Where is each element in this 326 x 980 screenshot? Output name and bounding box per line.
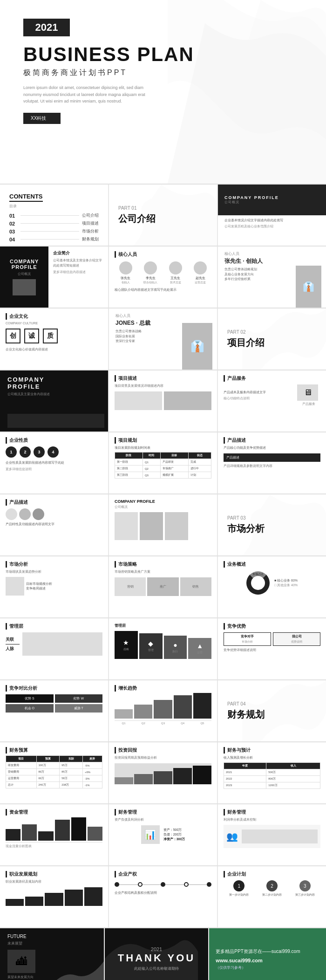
person-name: 张先生 · 创始人	[224, 257, 319, 265]
prod-desc2-heading: 产品描述	[6, 499, 102, 506]
part03-wave	[242, 494, 326, 555]
project-heading: 项目描述	[115, 375, 211, 382]
profit-slide: 财务管理 利润率分析及成本控制 👥	[218, 804, 326, 865]
fin-analysis-heading: 财务与预计	[224, 747, 320, 754]
timeline	[115, 882, 211, 887]
competitive-slide: 竞争优势 竞争对手 市场分析 我公司 优势说明 竞争优势详细描述说明	[218, 618, 326, 679]
row-8: 管理层 关联 人脉 管理层 ★ 战略 ◆ 管理	[0, 618, 326, 679]
row-7: 市场分析 市场现状及发展趋势分析 目标市场规模分析竞争格局描述 市场策略 市场营…	[0, 556, 326, 617]
investment-slide: 投资回报 投资回报周期及预期收益分析	[109, 742, 217, 803]
website-note: （仅供学习参考）	[216, 965, 319, 970]
contents-item-4: 04 财务规划	[9, 236, 99, 242]
thankyou-sub: 此处输入公司名称敬请期待	[118, 966, 195, 971]
contents-title: CONTENTS	[9, 193, 43, 202]
row-1: CONTENTS 目录 01 公司介绍 02 项目描述 03 市场分析 04 财…	[0, 185, 326, 246]
biz-plan-slide: 职业发展规划 职业发展路径及规划内容	[0, 866, 108, 927]
balance-heading: 财务管理	[115, 809, 211, 816]
part02-wave	[242, 308, 326, 370]
ent-profile-heading: 企业产权	[115, 871, 211, 877]
contents-item-3: 03 市场分析	[9, 228, 99, 234]
competitive-heading: 竞争优势	[224, 623, 320, 630]
team-photo-slide: 核心人员 JONES · 总裁 负责公司整体战略国际业务拓展资深行业专家 👔	[109, 308, 217, 370]
company-profile-black-slide: COMPANY PROFILE 公司概况 企业基本情况介绍文字描述内容此处填写 …	[218, 185, 326, 246]
product-desc-heading: 产品描述	[224, 437, 320, 444]
contents-subtitle: 目录	[9, 204, 99, 209]
thankyou-slide: 2021 THANK YOU 此处输入公司名称敬请期待	[105, 928, 209, 980]
company-bw-slide: COMPANY PROFILE 公司概况及主要业务内容描述	[0, 370, 108, 432]
profit-heading: 财务管理	[224, 809, 320, 816]
bar-chart-slide: 增长趋势 Q1 Q2 Q3 Q4 Q5	[109, 680, 217, 741]
part01-wave	[133, 185, 217, 246]
nature-heading: 企业性质	[6, 437, 102, 444]
culture-heading: 企业文化	[6, 313, 102, 320]
person-image-2: 👔	[182, 323, 212, 370]
management-slide: 管理层 关联 人脉	[0, 618, 108, 679]
finance-table-slide: 财务预算 项目预算实际差异 研发费用100万95万-5% 营销费用80万85万+…	[0, 742, 108, 803]
business-overview-slide: 业务概述 市场占比 ■ 核心业务 60% □ 其他业务 40%	[218, 556, 326, 617]
market-strategy-slide: 市场策略 市场营销策略及推广方案 营销 推广 销售	[109, 556, 217, 617]
row-3: 企业文化 COMPANY CULTURE 创 诚 质 企业文化核心价值观内容描述…	[0, 308, 326, 370]
bar-chart-heading: 增长趋势	[115, 685, 211, 692]
mgmt-heading: 管理层	[6, 623, 102, 630]
swot-heading: 竞争对比分析	[6, 685, 102, 692]
finance-heading: 财务预算	[6, 747, 102, 754]
product-desc-slide: 产品描述 产品核心功能及竞争优势描述 产品描述 产品详细规格及参数说明文字内容	[218, 432, 326, 493]
website-text: 更多精品PPT资源尽在——sucai999.com	[216, 947, 319, 956]
person-detail-slide: 核心人员 张先生 · 创始人 负责公司整体战略规划及核心业务发展方向多年行业经验…	[218, 247, 326, 308]
company-nature-slide: 企业性质 1 2 3 4 企业性质及发展阶段描述内容填写于此处 更多详细信息说明	[0, 432, 108, 493]
row-13: FUTURE 未来展望 🏙 展望未来发展方向 2021 THANK YOU 此处…	[0, 928, 326, 980]
cover-wave	[168, 0, 326, 184]
market-heading: 市场分析	[6, 561, 102, 568]
finance-analysis-slide: 财务与预计 收入预测及增长分析 年度收入 2021500万 2022800万 2…	[218, 742, 326, 803]
part01-slide: PART 01 公司介绍	[109, 185, 217, 246]
swot-slide: 竞争对比分析 优势 S 劣势 W 机会 O 威胁 T	[0, 680, 108, 741]
product-service-slide: 产品服务 产品成本及服务内容描述文字 核心功能特点说明 🖥 产品服务	[218, 370, 326, 432]
part04-slide: PART 04 财务规划	[218, 680, 326, 741]
enterprise-profile-slide: 企业产权 企业产权结构及股权分配说明	[109, 866, 217, 927]
cover-description: Lorem ipsum dolor sit amet, consectetuer…	[23, 84, 154, 104]
contents-item-2: 02 项目描述	[9, 220, 99, 226]
row-5: 企业性质 1 2 3 4 企业性质及发展阶段描述内容填写于此处 更多详细信息说明…	[0, 432, 326, 493]
contents-slide: CONTENTS 目录 01 公司介绍 02 项目描述 03 市场分析 04 财…	[0, 185, 108, 246]
pillars-slide: 管理层 ★ 战略 ◆ 管理 ● 执行 ▲ 运营	[109, 618, 217, 679]
balance-slide: 财务管理 资产负债及利润分析 📊 资产：500万 负债：200万 净资产：300…	[109, 804, 217, 865]
row-12: 职业发展规划 职业发展路径及规划内容 企业产权	[0, 866, 326, 927]
row-11: 资金管理 现金流量分析图表 财务管理 资产负债及利润分析 📊 资产：500万 负…	[0, 804, 326, 865]
core-team-heading: 核心人员	[115, 251, 211, 258]
plan-steps-heading: 企业计划	[224, 871, 320, 877]
culture-slide: 企业文化 COMPANY CULTURE 创 诚 质 企业文化核心价值观内容描述	[0, 308, 108, 370]
cashflow-heading: 资金管理	[6, 809, 102, 816]
project-build-slide: 项目描述 项目背景及发展情况详细描述内容	[109, 370, 217, 432]
year-badge: 2021	[23, 19, 70, 36]
cashflow-slide: 资金管理 现金流量分析图表	[0, 804, 108, 865]
cover-slide: 2021 BUSINESS PLAN 极简商务商业计划书PPT Lorem ip…	[0, 0, 326, 184]
row-6: 产品描述 产品特性及功能描述内容说明文字 COMPANY PROFILE 公司概…	[0, 494, 326, 555]
biz-plan-heading: 职业发展规划	[6, 871, 102, 877]
website-url: www.sucai999.com	[216, 958, 319, 963]
person-image: 👔	[296, 266, 321, 308]
future-slide: FUTURE 未来展望 🏙 展望未来发展方向	[0, 928, 104, 980]
row-10: 财务预算 项目预算实际差异 研发费用100万95万-5% 营销费用80万85万+…	[0, 742, 326, 803]
row-2: COMPANY PROFILE 公司概况 企业简介 公司基本情况及主营业务介绍文…	[0, 247, 326, 308]
core-team-slide: 核心人员 张先生 创始人 李先生 联合创始人 王先生 技术总监	[109, 247, 217, 308]
company-button[interactable]: XX科技	[23, 113, 61, 124]
future-deco	[48, 952, 104, 980]
product-heading: 产品服务	[224, 375, 320, 382]
market-analysis-slide: 市场分析 市场现状及发展趋势分析 目标市场规模分析竞争格局描述	[0, 556, 108, 617]
website-slide: 更多精品PPT资源尽在——sucai999.com www.sucai999.c…	[209, 928, 326, 980]
row-9: 竞争对比分析 优势 S 劣势 W 机会 O 威胁 T 增长趋势 Q1 Q2 Q3	[0, 680, 326, 741]
plan-steps-slide: 企业计划 1 第一步计划内容 2 第二步计划内容 3 第三步计划内容	[218, 866, 326, 927]
company-intro-slide: COMPANY PROFILE 公司概况	[109, 494, 217, 555]
row-4: COMPANY PROFILE 公司概况及主要业务内容描述 项目描述 项目背景及…	[0, 370, 326, 432]
part04-wave	[242, 680, 326, 741]
product-desc2-slide: 产品描述 产品特性及功能描述内容说明文字	[0, 494, 108, 555]
schedule-heading: 项目规划	[115, 437, 211, 444]
thankyou-year: 2021	[118, 946, 195, 952]
part02-slide: PART 02 项目介绍	[218, 308, 326, 370]
part03-slide: PART 03 市场分析	[218, 494, 326, 555]
project-schedule-slide: 项目规划 项目发展阶段规划时间表 阶段时间目标状态 第一阶段Q1产品研发完成 第…	[109, 432, 217, 493]
thankyou-main: THANK YOU	[118, 952, 195, 964]
business-heading: 业务概述	[224, 561, 320, 568]
num-circles: 1 2 3 4	[6, 446, 102, 458]
culture-chars: 创 诚 质	[6, 329, 102, 343]
